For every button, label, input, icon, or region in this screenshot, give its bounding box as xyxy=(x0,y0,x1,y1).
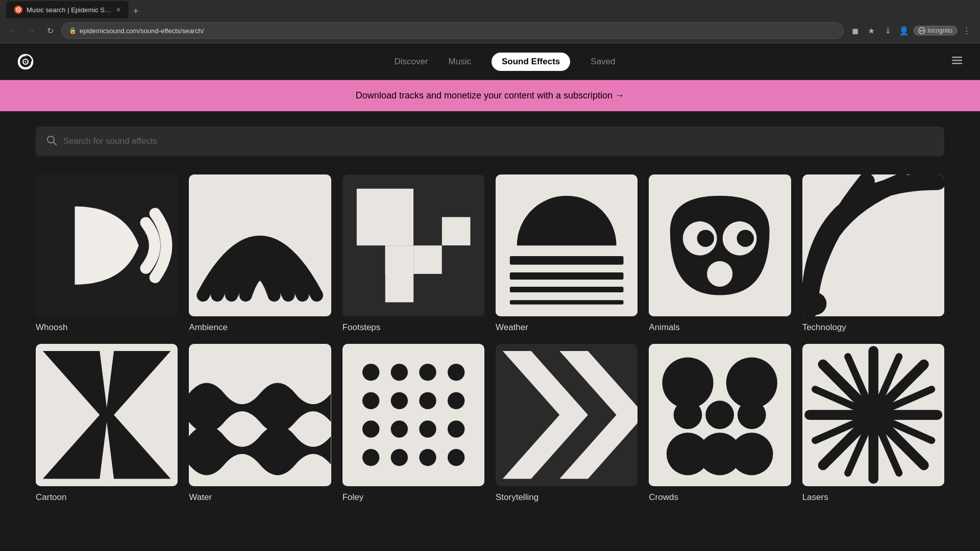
svg-point-40 xyxy=(419,364,436,381)
svg-point-46 xyxy=(362,421,379,438)
category-label-cartoon: Cartoon xyxy=(36,492,178,503)
svg-point-50 xyxy=(362,449,379,466)
svg-point-45 xyxy=(448,392,464,409)
svg-rect-7 xyxy=(952,60,962,61)
svg-point-61 xyxy=(706,401,734,430)
svg-point-48 xyxy=(419,421,436,438)
url-text: epidemicsound.com/sound-effects/search/ xyxy=(80,27,204,35)
svg-point-49 xyxy=(448,421,464,438)
search-icon xyxy=(46,135,57,148)
main-nav: Discover Music Sound Effects Saved xyxy=(59,53,950,71)
category-weather[interactable]: Weather xyxy=(496,174,638,333)
search-placeholder: Search for sound effects xyxy=(63,136,157,146)
svg-point-43 xyxy=(390,392,407,409)
category-storytelling[interactable]: Storytelling xyxy=(496,344,638,502)
category-whoosh[interactable]: Whoosh xyxy=(36,174,178,333)
category-animals[interactable]: Animals xyxy=(649,174,791,333)
category-foley[interactable]: Foley xyxy=(342,344,484,502)
category-footsteps[interactable]: Footsteps xyxy=(342,174,484,333)
star-icon[interactable]: ★ xyxy=(864,23,878,38)
svg-rect-16 xyxy=(413,245,442,274)
category-label-lasers: Lasers xyxy=(802,492,944,503)
category-label-technology: Technology xyxy=(802,322,944,333)
svg-point-2 xyxy=(920,30,921,31)
profile-icon[interactable]: 👤 xyxy=(897,23,911,38)
svg-rect-18 xyxy=(356,274,385,303)
svg-rect-6 xyxy=(952,57,962,58)
svg-point-3 xyxy=(923,30,924,31)
nav-music[interactable]: Music xyxy=(449,55,471,69)
browser-nav: ← → ↻ 🔒 epidemicsound.com/sound-effects/… xyxy=(0,18,980,43)
category-water[interactable]: Water xyxy=(189,344,331,502)
svg-point-41 xyxy=(448,364,464,381)
promo-text: Download tracks and monetize your conten… xyxy=(356,90,624,101)
main-content: Search for sound effects W xyxy=(0,111,980,532)
nav-saved[interactable]: Saved xyxy=(591,55,615,69)
tab-title: Music search | Epidemic Sound xyxy=(27,6,112,14)
svg-point-39 xyxy=(390,364,407,381)
category-grid: Whoosh Ambience xyxy=(36,174,944,503)
category-label-water: Water xyxy=(189,492,331,503)
tab-bar: Music search | Epidemic Sound × + xyxy=(0,0,980,18)
app-header: Discover Music Sound Effects Saved xyxy=(0,43,980,80)
nav-sound-effects[interactable]: Sound Effects xyxy=(492,53,570,71)
tab-favicon xyxy=(14,6,22,14)
svg-point-0 xyxy=(18,9,19,11)
svg-point-31 xyxy=(707,261,732,287)
search-container: Search for sound effects xyxy=(36,127,944,156)
more-menu-icon[interactable]: ⋮ xyxy=(960,23,974,38)
category-label-weather: Weather xyxy=(496,322,638,333)
svg-point-5 xyxy=(25,61,27,62)
category-crowds[interactable]: Crowds xyxy=(649,344,791,502)
nav-discover[interactable]: Discover xyxy=(394,55,428,69)
svg-point-29 xyxy=(697,230,714,247)
hamburger-menu-icon[interactable] xyxy=(950,54,964,70)
svg-point-38 xyxy=(362,364,379,381)
download-icon[interactable]: ⇓ xyxy=(880,23,895,38)
search-bar[interactable]: Search for sound effects xyxy=(36,127,944,156)
svg-rect-37 xyxy=(342,344,484,486)
svg-rect-8 xyxy=(952,63,962,64)
back-button[interactable]: ← xyxy=(6,23,20,38)
svg-point-42 xyxy=(362,392,379,409)
browser-chrome: Music search | Epidemic Sound × + ← → ↻ … xyxy=(0,0,980,43)
svg-rect-19 xyxy=(442,217,470,246)
active-tab[interactable]: Music search | Epidemic Sound × xyxy=(6,1,129,18)
svg-point-44 xyxy=(419,392,436,409)
svg-rect-23 xyxy=(510,272,624,280)
new-tab-button[interactable]: + xyxy=(129,4,143,18)
camera-icon[interactable]: ◼ xyxy=(848,23,862,38)
category-technology[interactable]: Technology xyxy=(802,174,944,333)
category-label-ambience: Ambience xyxy=(189,322,331,333)
category-label-whoosh: Whoosh xyxy=(36,322,178,333)
svg-rect-24 xyxy=(510,287,624,292)
category-ambience[interactable]: Ambience xyxy=(189,174,331,333)
svg-point-30 xyxy=(737,230,754,247)
svg-point-65 xyxy=(699,433,741,475)
category-cartoon[interactable]: Cartoon xyxy=(36,344,178,502)
svg-rect-22 xyxy=(510,256,624,265)
category-label-storytelling: Storytelling xyxy=(496,492,638,503)
svg-rect-17 xyxy=(385,245,413,302)
category-label-crowds: Crowds xyxy=(649,492,791,503)
address-bar[interactable]: 🔒 epidemicsound.com/sound-effects/search… xyxy=(61,22,844,39)
tab-close-button[interactable]: × xyxy=(116,6,120,14)
logo[interactable] xyxy=(16,53,35,71)
svg-rect-25 xyxy=(510,300,624,304)
svg-point-47 xyxy=(390,421,407,438)
svg-rect-14 xyxy=(356,189,413,245)
svg-point-60 xyxy=(674,401,702,430)
reload-button[interactable]: ↻ xyxy=(43,23,57,38)
svg-point-33 xyxy=(803,292,826,315)
svg-point-51 xyxy=(390,449,407,466)
forward-button[interactable]: → xyxy=(24,23,39,38)
category-lasers[interactable]: Lasers xyxy=(802,344,944,502)
incognito-label: Incognito xyxy=(927,27,952,34)
incognito-badge: Incognito xyxy=(913,26,958,36)
category-label-animals: Animals xyxy=(649,322,791,333)
svg-point-53 xyxy=(448,449,464,466)
promo-banner[interactable]: Download tracks and monetize your conten… xyxy=(0,80,980,111)
svg-rect-20 xyxy=(442,245,470,302)
category-label-foley: Foley xyxy=(342,492,484,503)
nav-right-actions: ◼ ★ ⇓ 👤 Incognito ⋮ xyxy=(848,23,974,38)
